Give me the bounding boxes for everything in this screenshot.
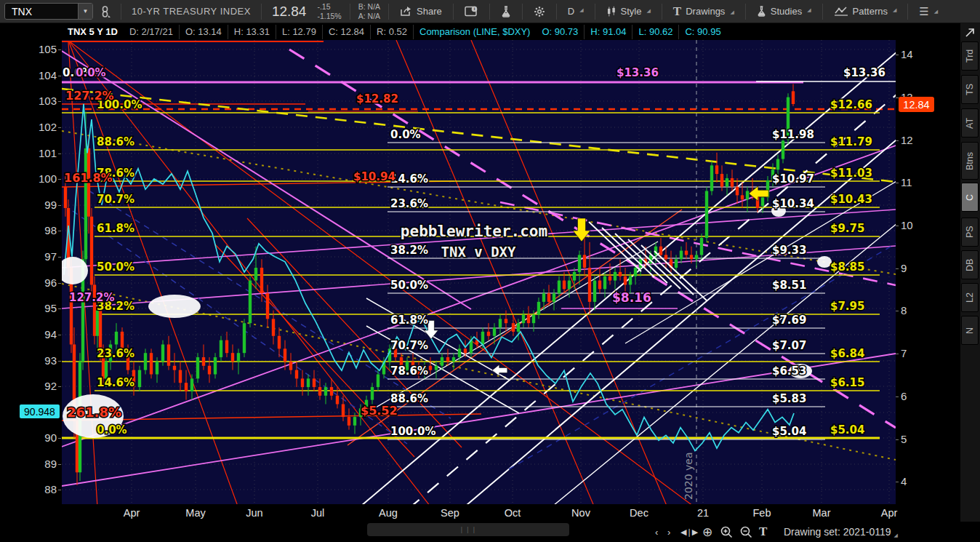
divider [489, 4, 490, 20]
crosshair-icon[interactable]: ⊕ [702, 522, 712, 542]
analyze-button[interactable] [494, 6, 518, 17]
divider [261, 4, 262, 20]
comparison-dxy-line[interactable] [64, 104, 794, 451]
sidebar-tab-btns[interactable]: Btns [961, 142, 979, 180]
drawing-set-label: Drawing set: 2021-0119 [784, 526, 891, 538]
zoom-in-icon[interactable] [720, 522, 734, 542]
zoom-out-icon[interactable] [739, 522, 753, 542]
last-price: 12.84 [265, 4, 313, 20]
corner-caret-icon: ◢ [893, 7, 896, 13]
panel-info-icon: i [465, 6, 478, 17]
x-axis-month-label: Jul [311, 507, 325, 519]
svg-text:$5.52: $5.52 [361, 404, 398, 418]
highlight-ellipses[interactable] [62, 205, 832, 438]
sidebar-tab-c[interactable]: C [961, 183, 979, 212]
left-axis-tick [58, 361, 61, 362]
x-axis-month-label: Aug [379, 507, 398, 519]
sidebar-tab-at[interactable]: AT [961, 108, 979, 138]
svg-text:$5.04: $5.04 [830, 423, 864, 437]
chart-canvas[interactable]: 100.0%$12.6688.6%$11.7978.6%$11.0370.7%$… [62, 40, 896, 504]
ohlc-field: H: 13.31 [228, 25, 276, 39]
link-icon[interactable] [93, 6, 117, 17]
sidebar-tab-db[interactable]: DB [961, 250, 979, 279]
sidebar-tab-l2[interactable]: L2 [961, 283, 979, 312]
timeframe-button[interactable]: D ◢ [561, 6, 591, 17]
right-axis-tick [896, 311, 899, 311]
settings-button[interactable] [526, 6, 553, 17]
svg-text:261.8%: 261.8% [67, 404, 121, 420]
drawing-set-selector[interactable]: Drawing set: 2021-0119 ◢ [784, 522, 898, 542]
left-axis-label: 105 [0, 43, 57, 55]
x-axis-month-label: Apr [881, 507, 898, 519]
left-axis-label: 103 [0, 95, 57, 107]
sidebar-tab-n[interactable]: N [961, 316, 979, 345]
left-axis-tick [58, 49, 61, 50]
left-axis-tick [58, 231, 61, 231]
scroll-right-icon[interactable]: › [667, 522, 670, 542]
left-axis-tick [58, 101, 61, 102]
price-chart[interactable]: 100.0%$12.6688.6%$11.7978.6%$11.0370.7%$… [62, 40, 896, 504]
svg-text:$9.33: $9.33 [772, 244, 806, 257]
svg-text:$8.51: $8.51 [772, 279, 806, 292]
trading-platform-window: { "toolbar": { "symbol": "TNX", "symbol_… [0, 0, 980, 542]
svg-text:127.2%: 127.2% [69, 291, 114, 304]
panel-info-button[interactable]: i [457, 6, 486, 17]
fibonacci-lines[interactable] [62, 113, 880, 439]
chart-symbol-period[interactable]: TNX 5 Y 1D [62, 25, 124, 39]
left-axis-tick [58, 154, 61, 154]
style-button[interactable]: Style ◢ [599, 6, 658, 17]
x-axis-month-label: Mar [813, 507, 831, 519]
x-axis-month-label: Jun [246, 507, 262, 519]
symbol-value: TNX [5, 6, 78, 17]
right-axis-label: 8 [901, 304, 907, 316]
svg-text:$6.15: $6.15 [830, 376, 864, 389]
patterns-button[interactable]: Patterns ◢ [827, 6, 904, 17]
chevron-down-icon[interactable]: ▼ [78, 4, 92, 19]
gridlines [62, 40, 896, 503]
svg-text:$10.94: $10.94 [353, 170, 395, 183]
left-axis-tick [58, 283, 61, 284]
x-axis-month-label: Apr [124, 507, 140, 519]
right-axis-tick [896, 268, 899, 269]
candle-style-icon [606, 6, 616, 17]
share-label: Share [417, 6, 442, 17]
scroll-left-icon[interactable]: ‹ [655, 522, 658, 542]
left-axis-tick [58, 308, 61, 309]
ohlc-field: D: 2/17/21 [124, 25, 179, 39]
trendlines[interactable] [62, 40, 896, 504]
left-axis-label: 93 [0, 354, 57, 367]
corner-caret-icon: ◢ [579, 7, 583, 13]
svg-text:$11.79: $11.79 [830, 135, 872, 148]
svg-text:50.0%: 50.0% [97, 260, 134, 274]
chart-menu-button[interactable]: ☰ ◢ [912, 5, 945, 18]
divider [522, 4, 523, 20]
last-price-badge: 12.84 [899, 97, 934, 112]
ohlc-field: L: 12.79 [276, 25, 322, 39]
share-button[interactable]: Share [393, 6, 449, 17]
x-axis-month-label: Oct [505, 507, 521, 519]
right-axis-label: 5 [901, 433, 907, 445]
svg-text:$11.98: $11.98 [772, 128, 814, 141]
drawings-button[interactable]: T Drawings ◢ [666, 4, 742, 19]
drawings-label: Drawings [686, 6, 725, 17]
right-axis-tick [896, 482, 899, 482]
pointer-tool-icon[interactable] [964, 26, 976, 41]
divider [662, 4, 662, 20]
studies-button[interactable]: Studies ◢ [750, 6, 819, 17]
sidebar-tab-trd[interactable]: Trd [961, 41, 979, 71]
svg-text:$7.07: $7.07 [772, 339, 806, 352]
comparison-label[interactable]: Comparison (LINE, $DXY) [413, 25, 536, 39]
svg-text:$5.83: $5.83 [772, 392, 806, 405]
sidebar-tab-ts[interactable]: TS [961, 75, 979, 104]
svg-text:$10.43: $10.43 [830, 193, 872, 206]
divider [822, 4, 823, 20]
ohlc-field: O: 13.14 [179, 25, 228, 39]
svg-text:70.7%: 70.7% [97, 193, 134, 206]
sidebar-tab-ps[interactable]: PS [961, 218, 979, 247]
svg-text:23.6%: 23.6% [97, 347, 134, 360]
right-axis-label: 9 [901, 262, 907, 274]
text-tool-icon[interactable]: T [759, 522, 767, 542]
pan-icon[interactable]: ◀❘▶ [680, 522, 697, 542]
horizontal-scrollbar[interactable]: ❘❘❘ [367, 523, 569, 536]
symbol-select[interactable]: TNX ▼ [4, 3, 93, 20]
